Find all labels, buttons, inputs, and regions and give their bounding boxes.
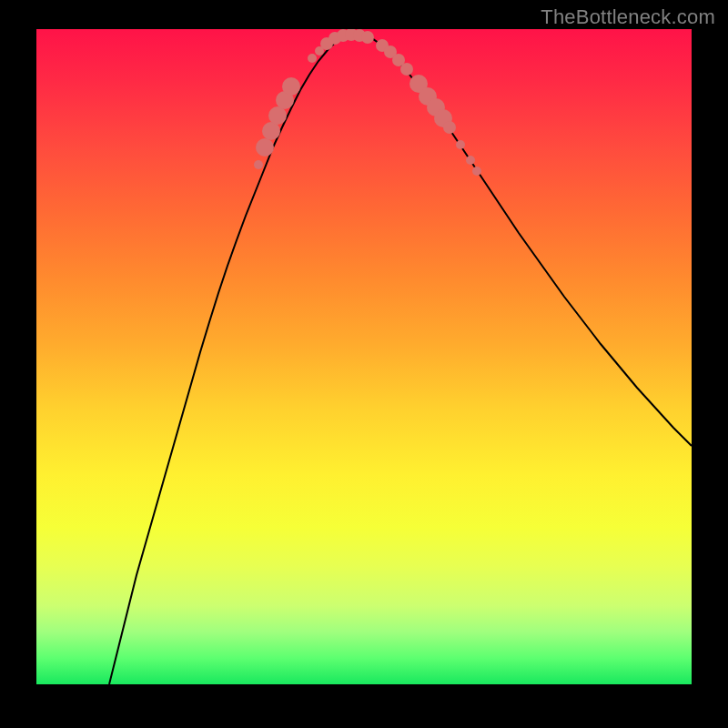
data-dot xyxy=(256,138,274,157)
data-dot xyxy=(361,31,374,44)
data-dots xyxy=(254,29,481,176)
data-dot xyxy=(472,167,481,176)
watermark-label: TheBottleneck.com xyxy=(541,5,715,29)
data-dot xyxy=(282,77,300,96)
data-dot xyxy=(456,140,465,149)
data-dot xyxy=(308,54,317,63)
chart-stage: TheBottleneck.com xyxy=(0,0,728,728)
data-dot xyxy=(400,63,413,76)
bottleneck-curve xyxy=(109,35,692,684)
chart-svg xyxy=(36,29,692,684)
data-dot xyxy=(466,156,475,165)
data-dot xyxy=(443,121,456,134)
data-dot xyxy=(254,160,263,169)
plot-area xyxy=(36,29,692,684)
data-dot xyxy=(268,106,287,125)
